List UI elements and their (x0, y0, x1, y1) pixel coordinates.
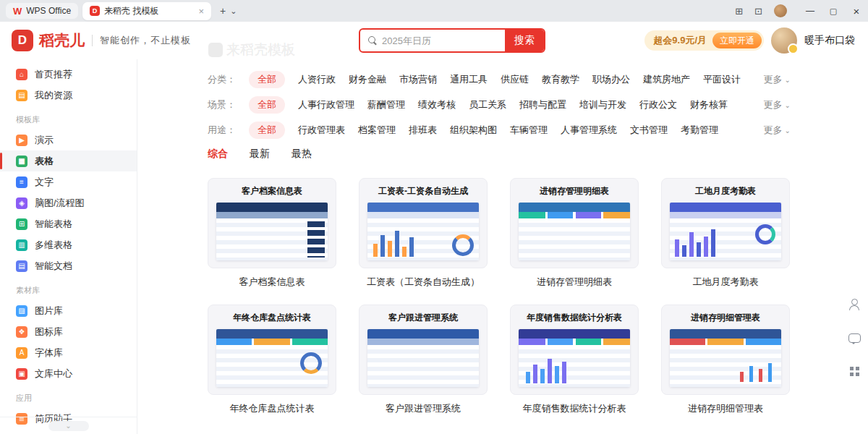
sidebar-item-document[interactable]: ≡ 文字 (0, 171, 137, 192)
filter-option[interactable]: 财务核算 (690, 98, 728, 111)
more-button[interactable]: 更多 ⌄ (764, 98, 791, 111)
apps-panel-button[interactable] (846, 363, 862, 379)
more-button[interactable]: 更多 ⌄ (764, 124, 791, 137)
docer-tab-label: 来稻壳 找模板 (104, 5, 158, 17)
filter-option[interactable]: 绩效考核 (418, 98, 456, 111)
template-thumbnail: 进销存明细管理表 (661, 305, 790, 395)
filter-option[interactable]: 人事管理系统 (561, 124, 617, 137)
smart-doc-icon: ▤ (16, 260, 27, 272)
filter-option[interactable]: 培训与开发 (579, 98, 626, 111)
template-caption[interactable]: 进销存明细管理表 (661, 402, 790, 415)
sidebar-section-assets: 素材库 (0, 285, 137, 296)
template-card[interactable]: 客户跟进管理系统 客户跟进管理系统 (359, 305, 488, 431)
template-caption[interactable]: 年度销售数据统计分析表 (510, 402, 639, 415)
feedback-button[interactable] (846, 330, 862, 346)
close-button[interactable]: × (845, 0, 868, 22)
sidebar-item-font-library[interactable]: A 字体库 (0, 342, 137, 363)
more-button[interactable]: 更多 ⌄ (764, 73, 791, 86)
filter-option[interactable]: 教育教学 (542, 73, 579, 86)
sidebar-item-my-resources[interactable]: ▤ 我的资源 (0, 85, 137, 106)
upgrade-button[interactable]: 立即开通 (712, 33, 762, 48)
filter-option[interactable]: 平面设计 (703, 73, 741, 86)
template-card[interactable]: 进销存管理明细表 进销存管理明细表 (510, 178, 639, 305)
sort-tab-newest[interactable]: 最新 (250, 148, 270, 161)
search-input[interactable] (382, 35, 505, 46)
filter-option[interactable]: 全部 (249, 71, 285, 88)
template-caption[interactable]: 工资表（工资条自动生成） (359, 276, 488, 289)
filter-option[interactable]: 人资行政 (298, 73, 336, 86)
maximize-button[interactable]: ▢ (822, 0, 845, 22)
filter-label: 分类： (208, 73, 236, 86)
filter-option[interactable]: 全部 (249, 96, 285, 114)
sort-tabs: 综合 最新 最热 (208, 148, 868, 161)
template-card[interactable]: 年度销售数据统计分析表 年度销售数据统计分析表 (510, 305, 639, 431)
filter-option[interactable]: 市场营销 (399, 73, 437, 86)
filter-option[interactable]: 职场办公 (592, 73, 630, 86)
search-box: 搜索 (359, 28, 545, 53)
template-card[interactable]: 进销存明细管理表 进销存明细管理表 (661, 305, 790, 431)
user-avatar[interactable] (771, 27, 797, 54)
filter-option[interactable]: 员工关系 (469, 98, 506, 111)
filter-option[interactable]: 档案管理 (358, 124, 396, 137)
sidebar-item-image-library[interactable]: ▨ 图片库 (0, 300, 137, 321)
sidebar-item-smart-sheet[interactable]: ⊞ 智能表格 (0, 213, 137, 234)
filter-option[interactable]: 全部 (249, 122, 285, 139)
brand-name[interactable]: 稻壳儿 (39, 30, 85, 51)
filter-option[interactable]: 财务金融 (349, 73, 386, 86)
filter-option[interactable]: 排班表 (409, 124, 437, 137)
search-button[interactable]: 搜索 (505, 30, 544, 51)
template-caption[interactable]: 客户档案信息表 (208, 276, 336, 289)
thumbnail-sheet (519, 203, 630, 260)
sidebar-item-spreadsheet[interactable]: ▦ 表格 (0, 150, 137, 171)
sidebar-collapse-button[interactable]: ⌄ (48, 421, 89, 431)
filter-option[interactable]: 供应链 (501, 73, 529, 86)
docer-tab[interactable]: D 来稻壳 找模板 × (82, 2, 211, 20)
sidebar-item-smart-doc[interactable]: ▤ 智能文档 (0, 255, 137, 276)
filter-option[interactable]: 通用工具 (450, 73, 488, 86)
template-caption[interactable]: 工地月度考勤表 (661, 276, 790, 289)
sidebar-item-presentation[interactable]: ▶ 演示 (0, 129, 137, 150)
filter-option[interactable]: 车辆管理 (510, 124, 548, 137)
sheet-chart-area (519, 345, 630, 387)
sidebar-item-label: 智能表格 (35, 218, 72, 231)
sort-tab-comprehensive[interactable]: 综合 (208, 148, 228, 161)
filter-option[interactable]: 文书管理 (630, 124, 668, 137)
profile-service-button[interactable] (846, 297, 862, 312)
docer-brand-icon[interactable]: D (12, 30, 33, 51)
sort-tab-hottest[interactable]: 最热 (292, 148, 312, 161)
sheet-subheader-band (367, 212, 479, 218)
sidebar-item-icon-library[interactable]: ❖ 图标库 (0, 321, 137, 342)
filter-option[interactable]: 行政管理表 (298, 124, 345, 137)
tab-close-icon[interactable]: × (198, 6, 204, 17)
template-card[interactable]: 工地月度考勤表 工地月度考勤表 (661, 178, 790, 305)
tab-list-dropdown-icon[interactable]: ⌄ (230, 7, 237, 16)
titlebar-avatar[interactable] (774, 4, 787, 17)
filter-option[interactable]: 行政公文 (639, 98, 677, 111)
template-card[interactable]: 年终仓库盘点统计表 年终仓库盘点统计表 (208, 305, 336, 431)
template-card[interactable]: 工资表-工资条自动生成 工资表（工资条自动生成） (359, 178, 488, 305)
template-caption[interactable]: 年终仓库盘点统计表 (208, 402, 336, 415)
template-thumbnail: 年终仓库盘点统计表 (208, 305, 336, 395)
template-caption[interactable]: 客户跟进管理系统 (359, 402, 488, 415)
template-card[interactable]: 客户档案信息表 客户档案信息表 (208, 178, 336, 305)
filter-option[interactable]: 组织架构图 (450, 124, 497, 137)
sidebar-item-label: 字体库 (35, 346, 63, 359)
filter-option[interactable]: 人事行政管理 (298, 98, 354, 111)
sidebar-item-doc-center[interactable]: ▣ 文库中心 (0, 363, 137, 384)
template-caption[interactable]: 进销存管理明细表 (510, 276, 639, 289)
box-icon[interactable]: ⊡ (754, 6, 762, 17)
layout-icon[interactable]: ⊞ (735, 6, 743, 17)
filter-option[interactable]: 考勤管理 (681, 124, 718, 137)
username[interactable]: 暖手布口袋 (804, 34, 855, 47)
filter-option[interactable]: 建筑房地产 (643, 73, 690, 86)
thumbnail-title: 工资表-工资条自动生成 (367, 185, 479, 197)
sidebar-item-mindmap[interactable]: ◈ 脑图/流程图 (0, 192, 137, 213)
minimize-button[interactable]: — (799, 0, 822, 22)
sidebar-section-apps: 应用 (0, 393, 137, 404)
filter-option[interactable]: 招聘与配置 (519, 98, 566, 111)
filter-option[interactable]: 薪酬管理 (367, 98, 405, 111)
sidebar-item-multi-sheet[interactable]: ▥ 多维表格 (0, 234, 137, 255)
wps-home-tab[interactable]: W WPS Office (6, 3, 78, 19)
sidebar-item-home[interactable]: ⌂ 首页推荐 (0, 64, 137, 85)
new-tab-button[interactable]: + (220, 5, 226, 17)
